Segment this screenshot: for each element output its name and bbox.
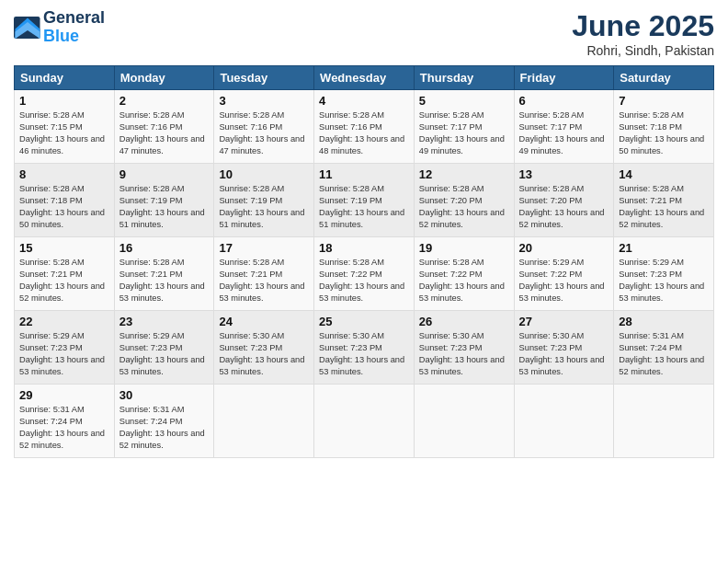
day-info: Sunrise: 5:30 AMSunset: 7:23 PMDaylight:… — [519, 331, 605, 376]
day-number: 21 — [619, 241, 709, 255]
day-number: 8 — [19, 167, 109, 181]
day-number: 13 — [519, 167, 609, 181]
calendar-day: 26 Sunrise: 5:30 AMSunset: 7:23 PMDaylig… — [414, 311, 514, 385]
calendar-day: 16 Sunrise: 5:28 AMSunset: 7:21 PMDaylig… — [114, 237, 214, 311]
calendar-day: 22 Sunrise: 5:29 AMSunset: 7:23 PMDaylig… — [15, 311, 115, 385]
day-number: 14 — [619, 167, 709, 181]
day-number: 23 — [119, 315, 210, 328]
day-info: Sunrise: 5:28 AMSunset: 7:20 PMDaylight:… — [419, 184, 505, 229]
day-info: Sunrise: 5:31 AMSunset: 7:24 PMDaylight:… — [619, 331, 704, 376]
day-info: Sunrise: 5:28 AMSunset: 7:18 PMDaylight:… — [19, 184, 105, 229]
calendar-week-row: 1 Sunrise: 5:28 AMSunset: 7:15 PMDayligh… — [15, 90, 714, 164]
day-info: Sunrise: 5:28 AMSunset: 7:21 PMDaylight:… — [219, 258, 304, 303]
calendar-day: 8 Sunrise: 5:28 AMSunset: 7:18 PMDayligh… — [15, 164, 115, 237]
month-title: June 2025 — [572, 9, 714, 43]
calendar-day: 2 Sunrise: 5:28 AMSunset: 7:16 PMDayligh… — [114, 90, 214, 164]
header: General Blue June 2025 Rohri, Sindh, Pak… — [14, 9, 714, 58]
calendar-day: 19 Sunrise: 5:28 AMSunset: 7:22 PMDaylig… — [414, 237, 514, 311]
logo-text: General Blue — [43, 9, 105, 46]
main-container: General Blue June 2025 Rohri, Sindh, Pak… — [0, 0, 728, 467]
day-info: Sunrise: 5:30 AMSunset: 7:23 PMDaylight:… — [319, 331, 404, 376]
day-number: 9 — [119, 167, 210, 181]
day-info: Sunrise: 5:28 AMSunset: 7:19 PMDaylight:… — [319, 184, 404, 229]
day-number: 15 — [19, 241, 109, 255]
day-info: Sunrise: 5:29 AMSunset: 7:23 PMDaylight:… — [619, 258, 704, 303]
day-number: 18 — [319, 241, 409, 255]
header-day: Wednesday — [314, 66, 415, 90]
day-info: Sunrise: 5:29 AMSunset: 7:23 PMDaylight:… — [119, 331, 205, 376]
day-info: Sunrise: 5:28 AMSunset: 7:18 PMDaylight:… — [619, 110, 704, 155]
calendar-day: 30 Sunrise: 5:31 AMSunset: 7:24 PMDaylig… — [114, 385, 214, 458]
day-info: Sunrise: 5:28 AMSunset: 7:19 PMDaylight:… — [119, 184, 205, 229]
calendar-day: 6 Sunrise: 5:28 AMSunset: 7:17 PMDayligh… — [514, 90, 614, 164]
calendar-day: 25 Sunrise: 5:30 AMSunset: 7:23 PMDaylig… — [314, 311, 415, 385]
header-day: Monday — [114, 66, 214, 90]
calendar-day — [614, 385, 714, 458]
day-info: Sunrise: 5:28 AMSunset: 7:17 PMDaylight:… — [519, 110, 605, 155]
day-number: 1 — [19, 94, 109, 108]
day-info: Sunrise: 5:30 AMSunset: 7:23 PMDaylight:… — [419, 331, 505, 376]
calendar-day — [414, 385, 514, 458]
header-day: Tuesday — [214, 66, 314, 90]
calendar-day: 10 Sunrise: 5:28 AMSunset: 7:19 PMDaylig… — [214, 164, 314, 237]
day-number: 10 — [219, 167, 309, 181]
calendar-week-row: 15 Sunrise: 5:28 AMSunset: 7:21 PMDaylig… — [15, 237, 714, 311]
day-number: 25 — [319, 315, 409, 328]
calendar-week-row: 29 Sunrise: 5:31 AMSunset: 7:24 PMDaylig… — [15, 385, 714, 458]
calendar-day: 27 Sunrise: 5:30 AMSunset: 7:23 PMDaylig… — [514, 311, 614, 385]
day-number: 30 — [119, 388, 210, 402]
day-info: Sunrise: 5:28 AMSunset: 7:21 PMDaylight:… — [619, 184, 704, 229]
calendar-day: 12 Sunrise: 5:28 AMSunset: 7:20 PMDaylig… — [414, 164, 514, 237]
calendar-day: 23 Sunrise: 5:29 AMSunset: 7:23 PMDaylig… — [114, 311, 214, 385]
calendar-day: 5 Sunrise: 5:28 AMSunset: 7:17 PMDayligh… — [414, 90, 514, 164]
header-row: SundayMondayTuesdayWednesdayThursdayFrid… — [15, 66, 714, 90]
day-number: 24 — [219, 315, 309, 328]
day-number: 7 — [619, 94, 709, 108]
title-area: June 2025 Rohri, Sindh, Pakistan — [572, 9, 714, 58]
day-info: Sunrise: 5:28 AMSunset: 7:21 PMDaylight:… — [19, 258, 105, 303]
day-number: 28 — [619, 315, 709, 328]
logo-line2: Blue — [43, 27, 79, 45]
day-number: 2 — [119, 94, 210, 108]
calendar-day: 20 Sunrise: 5:29 AMSunset: 7:22 PMDaylig… — [514, 237, 614, 311]
header-day: Thursday — [414, 66, 514, 90]
calendar-day: 29 Sunrise: 5:31 AMSunset: 7:24 PMDaylig… — [15, 385, 115, 458]
day-info: Sunrise: 5:29 AMSunset: 7:22 PMDaylight:… — [519, 258, 605, 303]
calendar-day: 7 Sunrise: 5:28 AMSunset: 7:18 PMDayligh… — [614, 90, 714, 164]
calendar-day: 4 Sunrise: 5:28 AMSunset: 7:16 PMDayligh… — [314, 90, 415, 164]
day-number: 19 — [419, 241, 509, 255]
calendar-day — [214, 385, 314, 458]
day-info: Sunrise: 5:30 AMSunset: 7:23 PMDaylight:… — [219, 331, 304, 376]
day-info: Sunrise: 5:28 AMSunset: 7:16 PMDaylight:… — [219, 110, 304, 155]
calendar-day: 18 Sunrise: 5:28 AMSunset: 7:22 PMDaylig… — [314, 237, 415, 311]
day-number: 6 — [519, 94, 609, 108]
calendar-day — [514, 385, 614, 458]
logo: General Blue — [14, 9, 105, 46]
day-number: 3 — [219, 94, 309, 108]
day-number: 16 — [119, 241, 210, 255]
day-info: Sunrise: 5:28 AMSunset: 7:16 PMDaylight:… — [119, 110, 205, 155]
calendar-day: 28 Sunrise: 5:31 AMSunset: 7:24 PMDaylig… — [614, 311, 714, 385]
logo-line1: General — [43, 9, 105, 28]
subtitle: Rohri, Sindh, Pakistan — [572, 43, 714, 58]
calendar-day: 13 Sunrise: 5:28 AMSunset: 7:20 PMDaylig… — [514, 164, 614, 237]
calendar-day: 9 Sunrise: 5:28 AMSunset: 7:19 PMDayligh… — [114, 164, 214, 237]
day-info: Sunrise: 5:28 AMSunset: 7:16 PMDaylight:… — [319, 110, 404, 155]
header-day: Friday — [514, 66, 614, 90]
header-day: Sunday — [15, 66, 115, 90]
calendar-day: 17 Sunrise: 5:28 AMSunset: 7:21 PMDaylig… — [214, 237, 314, 311]
day-info: Sunrise: 5:28 AMSunset: 7:22 PMDaylight:… — [319, 258, 404, 303]
day-info: Sunrise: 5:28 AMSunset: 7:20 PMDaylight:… — [519, 184, 605, 229]
day-number: 22 — [19, 315, 109, 328]
day-info: Sunrise: 5:28 AMSunset: 7:21 PMDaylight:… — [119, 258, 205, 303]
day-number: 29 — [19, 388, 109, 402]
day-number: 27 — [519, 315, 609, 328]
day-info: Sunrise: 5:31 AMSunset: 7:24 PMDaylight:… — [19, 405, 105, 450]
calendar-week-row: 22 Sunrise: 5:29 AMSunset: 7:23 PMDaylig… — [15, 311, 714, 385]
calendar-day: 15 Sunrise: 5:28 AMSunset: 7:21 PMDaylig… — [15, 237, 115, 311]
calendar-day: 3 Sunrise: 5:28 AMSunset: 7:16 PMDayligh… — [214, 90, 314, 164]
calendar-table: SundayMondayTuesdayWednesdayThursdayFrid… — [14, 65, 714, 458]
day-info: Sunrise: 5:28 AMSunset: 7:15 PMDaylight:… — [19, 110, 105, 155]
calendar-day: 14 Sunrise: 5:28 AMSunset: 7:21 PMDaylig… — [614, 164, 714, 237]
calendar-week-row: 8 Sunrise: 5:28 AMSunset: 7:18 PMDayligh… — [15, 164, 714, 237]
